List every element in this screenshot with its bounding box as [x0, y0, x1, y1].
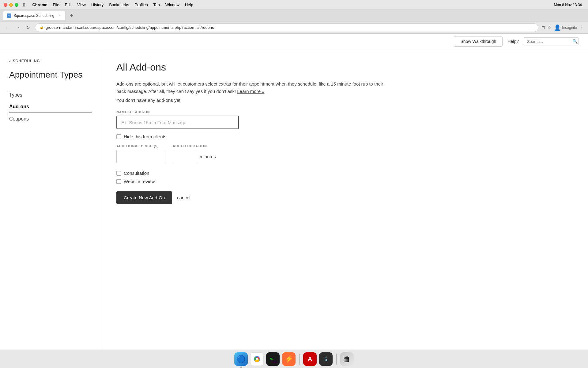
cast-icon[interactable]: ⊡ — [541, 25, 545, 30]
website-review-label[interactable]: Website review — [124, 179, 155, 184]
sidebar-nav: Types Add-ons Coupons — [0, 89, 101, 125]
price-group: ADDITIONAL PRICE ($) — [116, 144, 165, 163]
cancel-link[interactable]: cancel — [177, 195, 190, 200]
dock-icon-iterm[interactable]: $ — [319, 352, 333, 366]
incognito-icon: 👤 — [554, 24, 561, 31]
duration-input-group: minutes — [173, 150, 216, 163]
back-button[interactable]: ← — [4, 24, 11, 31]
main-content: All Add-ons Add-ons are optional, but wi… — [101, 49, 588, 350]
url-text: grouse-mandarin-sxnl.squarespace.com/con… — [46, 25, 214, 30]
menu-edit[interactable]: Edit — [65, 2, 72, 7]
browser-tab-bar: S Squarespace Scheduling ✕ + — [0, 10, 588, 21]
menu-bookmarks[interactable]: Bookmarks — [109, 2, 129, 7]
form-actions: Create New Add-On cancel — [116, 191, 573, 204]
app-layout: ‹ SCHEDULING Appointment Types Types Add… — [0, 49, 588, 350]
menu-tab[interactable]: Tab — [153, 2, 160, 7]
consultation-label[interactable]: Consultation — [124, 171, 149, 176]
page-title: All Add-ons — [116, 62, 573, 73]
menu-history[interactable]: History — [91, 2, 104, 7]
sidebar-item-addons[interactable]: Add-ons — [9, 101, 92, 113]
finder-running-indicator — [240, 366, 242, 368]
close-window-button[interactable] — [4, 3, 7, 7]
menu-window[interactable]: Window — [165, 2, 179, 7]
addon-form: NAME OF ADD-ON Hide this from clients AD… — [116, 110, 573, 204]
sidebar-back-label: SCHEDULING — [13, 59, 40, 63]
duration-label: ADDED DURATION — [173, 144, 216, 148]
macos-dock: 🔵 >_ ⚡ A $ 🗑 — [0, 350, 588, 368]
menu-file[interactable]: File — [53, 2, 59, 7]
search-input[interactable] — [527, 39, 570, 44]
price-label: ADDITIONAL PRICE ($) — [116, 144, 165, 148]
hide-from-clients-label[interactable]: Hide this from clients — [124, 134, 166, 139]
dock-icon-finder[interactable]: 🔵 — [234, 352, 248, 366]
acrobat-icon: A — [308, 355, 312, 362]
tab-close-button[interactable]: ✕ — [57, 13, 62, 18]
macos-menu:  Chrome File Edit View History Bookmark… — [23, 2, 193, 7]
sidebar-item-types[interactable]: Types — [0, 89, 101, 101]
dock-icon-topnotch[interactable]: ⚡ — [282, 352, 296, 366]
more-options-icon[interactable]: ⋮ — [579, 25, 584, 30]
browser-tab-active[interactable]: S Squarespace Scheduling ✕ — [3, 11, 65, 20]
dock-icon-trash[interactable]: 🗑 — [340, 352, 354, 366]
dock-icon-acrobat[interactable]: A — [303, 352, 317, 366]
url-bar[interactable]: 🔒 grouse-mandarin-sxnl.squarespace.com/c… — [35, 23, 538, 32]
dock-icon-terminal[interactable]: >_ — [266, 352, 280, 366]
search-bar: 🔍 — [524, 37, 579, 45]
dock-separator-2 — [336, 354, 337, 365]
topnotch-icon: ⚡ — [285, 355, 293, 363]
hide-from-clients-row: Hide this from clients — [116, 134, 573, 139]
show-walkthrough-button[interactable]: Show Walkthrough — [454, 36, 503, 47]
addon-name-input[interactable] — [116, 116, 239, 129]
finder-icon: 🔵 — [236, 355, 246, 363]
help-button[interactable]: Help? — [507, 39, 519, 44]
app-header: Show Walkthrough Help? 🔍 — [0, 34, 588, 49]
forward-button[interactable]: → — [14, 24, 21, 31]
terminal-icon: >_ — [270, 356, 276, 362]
description-text: Add-ons are optional, but will let custo… — [116, 80, 392, 95]
website-review-row: Website review — [116, 179, 573, 184]
macos-menubar:  Chrome File Edit View History Bookmark… — [0, 0, 588, 10]
duration-input[interactable] — [173, 150, 197, 163]
consultation-row: Consultation — [116, 171, 573, 176]
name-label: NAME OF ADD-ON — [116, 110, 573, 114]
chrome-icon — [252, 354, 262, 364]
price-input[interactable] — [116, 150, 165, 163]
learn-more-link[interactable]: Learn more » — [237, 89, 264, 94]
lock-icon: 🔒 — [40, 25, 44, 29]
new-tab-button[interactable]: + — [68, 12, 75, 19]
refresh-button[interactable]: ↻ — [24, 24, 32, 31]
menu-profiles[interactable]: Profiles — [134, 2, 148, 7]
consultation-checkbox[interactable] — [116, 171, 121, 176]
menu-view[interactable]: View — [77, 2, 86, 7]
incognito-label: Incognito — [562, 25, 577, 30]
dock-separator — [299, 354, 300, 365]
tab-favicon: S — [7, 13, 11, 18]
traffic-lights[interactable] — [4, 3, 18, 7]
sidebar-back-link[interactable]: ‹ SCHEDULING — [0, 59, 101, 70]
iterm-icon: $ — [324, 356, 328, 362]
menu-chrome[interactable]: Chrome — [32, 2, 47, 7]
appointment-types-section: Consultation Website review — [116, 171, 573, 184]
minutes-label: minutes — [200, 154, 216, 159]
dock-icon-chrome[interactable] — [250, 352, 264, 366]
search-icon[interactable]: 🔍 — [572, 39, 578, 44]
sidebar-section-title: Appointment Types — [0, 70, 101, 89]
datetime-display: Mon 8 Nov 13:34 — [554, 3, 582, 7]
address-bar: ← → ↻ 🔒 grouse-mandarin-sxnl.squarespace… — [0, 21, 588, 34]
price-duration-row: ADDITIONAL PRICE ($) ADDED DURATION minu… — [116, 144, 573, 163]
svg-point-1 — [256, 358, 258, 360]
sidebar-item-coupons[interactable]: Coupons — [0, 113, 101, 125]
apple-icon[interactable]:  — [23, 2, 25, 7]
sidebar: ‹ SCHEDULING Appointment Types Types Add… — [0, 49, 101, 350]
menubar-right: Mon 8 Nov 13:34 — [554, 3, 582, 7]
trash-icon: 🗑 — [343, 355, 351, 363]
back-arrow-icon: ‹ — [9, 59, 11, 63]
menu-help[interactable]: Help — [185, 2, 193, 7]
create-addon-button[interactable]: Create New Add-On — [116, 191, 172, 204]
website-review-checkbox[interactable] — [116, 179, 121, 184]
minimize-window-button[interactable] — [9, 3, 13, 7]
address-bar-actions: ⊡ ☆ 👤 Incognito ⋮ — [541, 24, 584, 31]
bookmark-icon[interactable]: ☆ — [548, 25, 552, 30]
maximize-window-button[interactable] — [15, 3, 18, 7]
hide-from-clients-checkbox[interactable] — [116, 134, 121, 139]
